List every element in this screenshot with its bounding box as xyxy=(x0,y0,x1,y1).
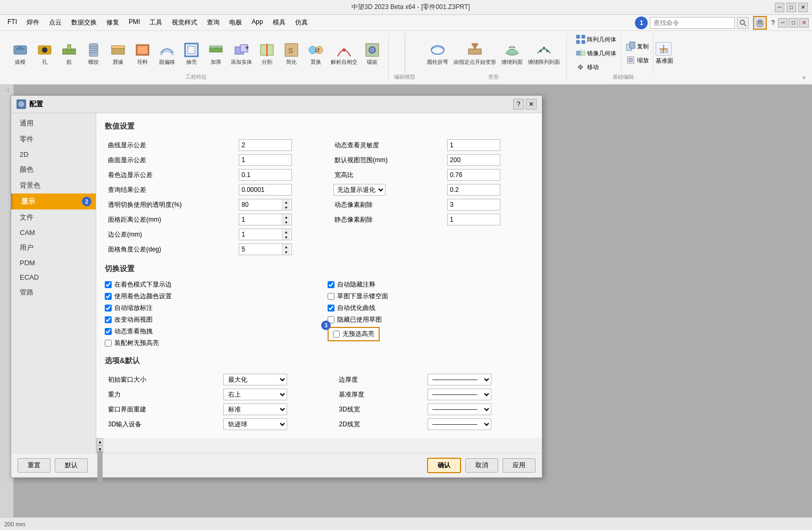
nav-item-2d[interactable]: 2D xyxy=(11,147,96,162)
menu-repair[interactable]: 修复 xyxy=(102,17,123,28)
input-show-hollow-face[interactable] xyxy=(328,293,334,300)
ribbon-tool-cylinder-bend[interactable]: 圆柱折弯 xyxy=(425,40,450,67)
reset-button[interactable]: 重置 xyxy=(18,458,51,473)
menu-pmi[interactable]: PMI xyxy=(124,17,144,28)
menu-query[interactable]: 查询 xyxy=(203,17,224,28)
menu-dataexchange[interactable]: 数据交换 xyxy=(67,17,101,28)
input-default-view-range[interactable] xyxy=(447,154,500,166)
scroll-up-button[interactable]: ▲ xyxy=(97,438,103,445)
select-base-thickness[interactable]: ────────── xyxy=(428,389,491,400)
input-show-edges[interactable] xyxy=(105,281,112,288)
ribbon-tool-add-solid[interactable]: + 添加实体 xyxy=(229,40,254,67)
checkbox-show-edges[interactable]: 在着色模式下显示边 xyxy=(105,280,317,289)
ribbon-tool-draft[interactable]: 拔模 xyxy=(9,40,32,67)
spin-up-facet-dist[interactable]: ▲ xyxy=(282,214,290,220)
menu-mold[interactable]: 模具 xyxy=(269,17,290,28)
close-button[interactable]: ✕ xyxy=(798,3,808,12)
spin-down-transparency[interactable]: ▼ xyxy=(282,205,290,210)
close-app-button[interactable]: ✕ xyxy=(799,18,809,28)
ribbon-tool-datum[interactable]: 基准面 xyxy=(656,42,672,56)
input-surface-display[interactable] xyxy=(239,154,292,166)
ribbon-tool-rib[interactable]: 筋 xyxy=(57,40,81,67)
ribbon-tool-array[interactable]: 阵列几何体 xyxy=(573,33,618,46)
cancel-button[interactable]: 取消 xyxy=(465,458,498,473)
select-window-rebuild[interactable]: 标准 xyxy=(223,403,287,415)
nav-item-user[interactable]: 用户 xyxy=(11,240,96,256)
checkbox-animate-view[interactable]: 改变动画视图 xyxy=(105,315,317,324)
spin-down-edge-tol[interactable]: ▼ xyxy=(282,234,290,240)
nav-item-general[interactable]: 通用 xyxy=(11,115,96,131)
nav-item-piping[interactable]: 管路 xyxy=(11,284,96,300)
checkbox-auto-zoom[interactable]: 自动缩放标注 xyxy=(105,304,317,313)
ribbon-tool-split[interactable]: 分割 xyxy=(255,40,279,67)
nav-item-background[interactable]: 背景色 xyxy=(11,178,96,194)
menu-viewstyle[interactable]: 视觉样式 xyxy=(168,17,202,28)
checkbox-use-shade-color[interactable]: 使用着色边颜色设置 xyxy=(105,292,317,301)
restore-app-button[interactable]: □ xyxy=(789,18,798,28)
scrollbar[interactable]: ▲ ▼ xyxy=(96,438,103,453)
scroll-thumb[interactable] xyxy=(97,451,103,483)
spin-down-facet-angle[interactable]: ▼ xyxy=(282,249,290,255)
select-edge-thickness[interactable]: ────────── xyxy=(428,374,491,385)
ribbon-tool-billet[interactable]: 坯料 xyxy=(131,40,154,67)
ribbon-tool-selfint[interactable]: 解析自相交 xyxy=(329,40,359,67)
ribbon-tool-deform-from-point[interactable]: 由指定点开始变形 xyxy=(451,40,498,67)
ribbon-tool-hole[interactable]: 孔 xyxy=(33,40,56,67)
checkbox-auto-optimize[interactable]: 自动优化曲线 xyxy=(328,304,540,313)
input-asm-no-highlight[interactable] xyxy=(105,340,112,347)
nav-item-part[interactable]: 零件 xyxy=(11,131,96,147)
nav-item-display[interactable]: 显示 2 xyxy=(11,194,96,209)
search-input[interactable] xyxy=(650,17,735,29)
checkbox-hide-used-sketch[interactable]: 隐藏已使用草图 xyxy=(328,315,540,324)
input-facet-distance[interactable] xyxy=(239,214,282,225)
confirm-button[interactable]: 确认 xyxy=(427,458,461,473)
input-static-pixel[interactable] xyxy=(447,214,500,225)
checkbox-show-hollow-face[interactable]: 草图下显示镂空面 xyxy=(328,292,540,301)
spin-up-facet-angle[interactable]: ▲ xyxy=(282,244,290,249)
input-auto-zoom[interactable] xyxy=(105,305,112,312)
input-aspect-ratio[interactable] xyxy=(447,169,500,181)
menu-simulate[interactable]: 仿真 xyxy=(291,17,312,28)
search-button[interactable] xyxy=(737,17,749,29)
spin-down-facet-dist[interactable]: ▼ xyxy=(282,220,290,225)
ribbon-expand-btn[interactable]: ▼ xyxy=(800,33,808,82)
ribbon-tool-move[interactable]: ✥ 移动 xyxy=(573,61,618,73)
minimize-app-button[interactable]: ─ xyxy=(778,18,788,28)
input-animate-view[interactable] xyxy=(105,316,112,323)
select-no-edge-degeneration[interactable]: 无边显示退化 xyxy=(333,184,386,196)
spin-up-transparency[interactable]: ▲ xyxy=(282,199,290,205)
nav-item-pdm[interactable]: PDM xyxy=(11,256,96,270)
ribbon-tool-wrap-array[interactable]: 缠绕阵列到面 xyxy=(526,40,562,67)
menu-electrode[interactable]: 电极 xyxy=(225,17,246,28)
checkbox-dynamic-drag[interactable]: 动态查看拖拽 xyxy=(105,327,317,336)
settings-button[interactable] xyxy=(753,16,767,30)
input-dynamic-sensitivity[interactable] xyxy=(447,139,500,151)
select-init-window[interactable]: 最大化 xyxy=(223,374,287,385)
ribbon-tool-wrap-to-face[interactable]: 缠绕到面 xyxy=(499,40,525,67)
menu-pointcloud[interactable]: 点云 xyxy=(45,17,66,28)
menu-welding[interactable]: 焊件 xyxy=(22,17,44,28)
input-no-preselect[interactable] xyxy=(333,331,340,338)
ribbon-tool-copy[interactable]: 复制 xyxy=(623,40,651,53)
ribbon-tool-scale[interactable]: 缩放 xyxy=(623,54,651,66)
menu-fti[interactable]: FTI xyxy=(3,17,21,28)
input-shade-edge[interactable] xyxy=(239,169,292,181)
input-curve-display[interactable] xyxy=(239,139,292,151)
input-dynamic-drag[interactable] xyxy=(105,328,112,335)
input-facet-angle[interactable] xyxy=(239,244,282,255)
checkbox-auto-hide-annotation[interactable]: 自动隐藏注释 xyxy=(328,280,540,289)
ribbon-tool-replace[interactable]: ⇄ 置换 xyxy=(304,40,328,67)
dialog-help-button[interactable]: ? xyxy=(513,99,524,110)
select-2d-line-width[interactable]: ────────── xyxy=(428,418,491,430)
ribbon-tool-thicken[interactable]: 加厚 xyxy=(204,40,228,67)
ribbon-tool-simplify[interactable]: S 简化 xyxy=(280,40,303,67)
apply-button[interactable]: 应用 xyxy=(503,458,535,473)
menu-tools[interactable]: 工具 xyxy=(145,17,166,28)
input-use-shade-color[interactable] xyxy=(105,293,112,300)
default-button[interactable]: 默认 xyxy=(55,458,88,473)
select-3d-line-width[interactable]: ────────── xyxy=(428,403,491,415)
input-auto-optimize[interactable] xyxy=(328,305,334,312)
ribbon-tool-shell[interactable]: 抽壳 xyxy=(180,40,203,67)
ribbon-tool-mirror[interactable]: 镜像几何体 xyxy=(573,47,618,60)
input-auto-hide-annotation[interactable] xyxy=(328,281,334,288)
